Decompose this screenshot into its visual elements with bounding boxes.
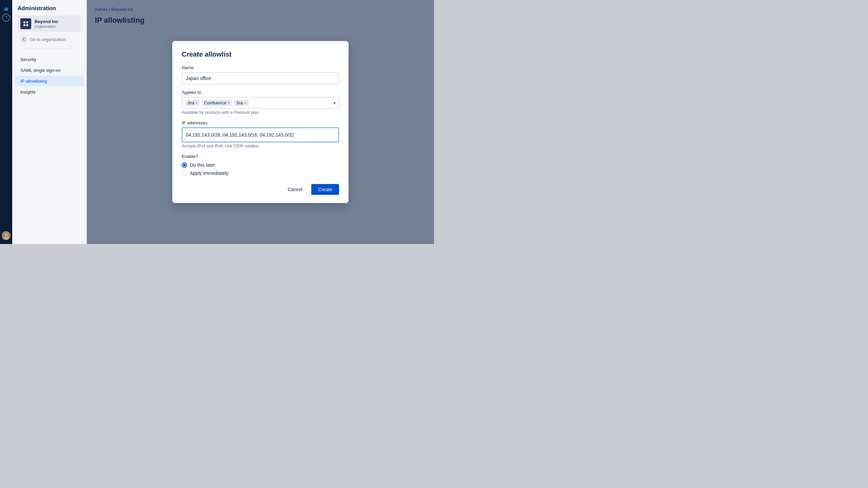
create-button[interactable]: Create — [311, 184, 339, 195]
applies-to-select[interactable]: Jira × Confluence × Jira × ▾ — [182, 97, 339, 109]
org-subtitle: Organization — [35, 24, 58, 28]
modal-title: Create allowlist — [182, 50, 339, 58]
org-icon — [20, 18, 31, 29]
admin-title: Administration — [18, 5, 81, 12]
enable-field-group: Enable? Do this later Apply immediately — [182, 154, 339, 176]
radio-do-this-later-circle — [182, 162, 187, 168]
radio-do-this-later-label: Do this later — [190, 162, 215, 168]
go-to-org-link[interactable]: Go to organization — [18, 33, 81, 45]
tag-confluence-label: Confluence — [204, 100, 226, 105]
radio-apply-immediately[interactable]: Apply immediately — [182, 170, 339, 176]
org-name: Beyond Inc — [35, 19, 58, 24]
ip-label: IP addresses — [182, 120, 339, 125]
name-input[interactable] — [182, 72, 339, 84]
nav-menu: Security SAML single sign-on IP allowlis… — [12, 54, 86, 98]
svg-rect-6 — [26, 24, 28, 26]
tag-jira-1-label: Jira — [187, 100, 194, 105]
tag-confluence-remove[interactable]: × — [228, 101, 230, 105]
name-field-group: Name — [182, 65, 339, 84]
modal-footer: Cancel Create — [182, 184, 339, 195]
back-icon — [20, 36, 27, 43]
user-avatar[interactable] — [2, 231, 11, 240]
svg-rect-5 — [23, 24, 25, 26]
enable-label: Enable? — [182, 154, 339, 159]
tag-jira-1[interactable]: Jira × — [185, 100, 200, 106]
svg-point-1 — [4, 233, 8, 237]
create-allowlist-modal: Create allowlist Name Applies to Jira × … — [172, 41, 349, 203]
ip-addresses-input[interactable] — [182, 127, 339, 142]
nav-divider — [20, 48, 78, 48]
name-label: Name — [182, 65, 339, 70]
nav-item-ip-allowlisting[interactable]: IP allowlisting — [15, 76, 84, 86]
radio-apply-immediately-circle — [182, 170, 187, 176]
tag-jira-1-remove[interactable]: × — [196, 101, 198, 105]
svg-rect-4 — [26, 21, 28, 23]
cancel-button[interactable]: Cancel — [282, 184, 308, 195]
nav-item-insights[interactable]: Insights — [15, 87, 84, 97]
tag-jira-2-remove[interactable]: × — [244, 101, 246, 105]
radio-apply-immediately-label: Apply immediately — [190, 170, 229, 176]
help-button[interactable]: ? — [2, 14, 10, 22]
tag-jira-2-label: Jira — [236, 100, 243, 105]
ip-addresses-field-group: IP addresses Accepts IPv4 and IPv6. Use … — [182, 120, 339, 148]
nav-item-saml[interactable]: SAML single sign-on — [15, 65, 84, 76]
app-sidebar: ? — [0, 0, 12, 244]
go-to-org-label: Go to organization — [30, 37, 66, 42]
tag-confluence[interactable]: Confluence × — [202, 100, 232, 106]
ip-note: Accepts IPv4 and IPv6. Use CIDR notation… — [182, 144, 339, 148]
chevron-down-icon: ▾ — [333, 100, 336, 106]
radio-group: Do this later Apply immediately — [182, 162, 339, 176]
modal-overlay[interactable]: Create allowlist Name Applies to Jira × … — [87, 0, 434, 244]
applies-note: Available for products with a Premium pl… — [182, 110, 339, 115]
applies-to-field-group: Applies to Jira × Confluence × Jira × ▾ — [182, 90, 339, 115]
svg-rect-3 — [23, 21, 25, 23]
radio-do-this-later[interactable]: Do this later — [182, 162, 339, 168]
main-content: Admin / Beyond Inc IP allowlisting Creat… — [87, 0, 434, 244]
tag-jira-2[interactable]: Jira × — [234, 100, 249, 106]
left-nav-panel: Administration Beyond Inc Organization G… — [12, 0, 87, 244]
atlassian-logo — [2, 4, 10, 14]
applies-to-label: Applies to — [182, 90, 339, 95]
nav-item-security[interactable]: Security — [15, 54, 84, 65]
org-item: Beyond Inc Organization — [18, 16, 81, 32]
